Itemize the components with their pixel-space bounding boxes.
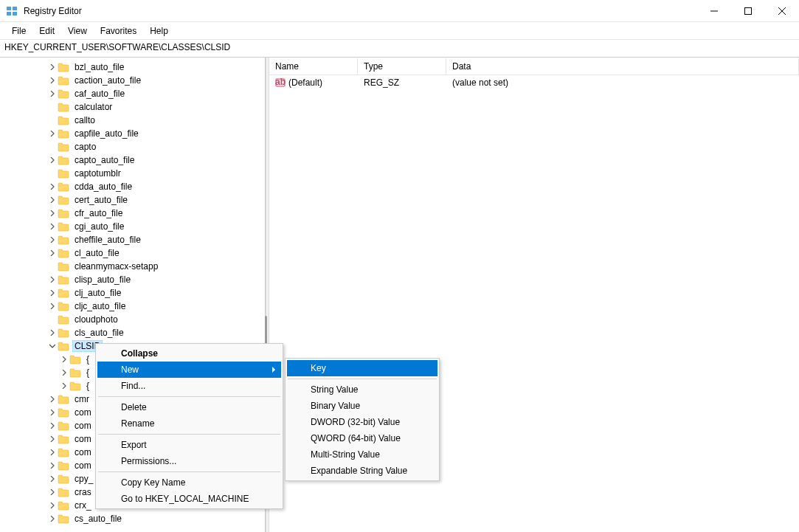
sub-expand[interactable]: Expandable String Value — [287, 463, 437, 479]
close-button[interactable] — [765, 0, 799, 22]
tree-item[interactable]: cls_auto_file — [0, 326, 265, 339]
folder-icon — [69, 367, 81, 378]
menu-favorites[interactable]: Favorites — [94, 24, 142, 38]
sub-binary[interactable]: Binary Value — [287, 398, 437, 414]
ctx-permissions[interactable]: Permissions... — [97, 453, 281, 469]
chevron-right-icon[interactable] — [59, 383, 69, 389]
col-name[interactable]: Name — [269, 58, 358, 75]
chevron-right-icon[interactable] — [47, 210, 58, 216]
chevron-right-icon[interactable] — [47, 516, 58, 522]
folder-icon — [58, 328, 69, 338]
tree-item[interactable]: cljc_auto_file — [0, 300, 265, 313]
chevron-right-icon[interactable] — [47, 330, 58, 336]
values-header: Name Type Data — [269, 58, 799, 75]
context-menu: Collapse New Find... Delete Rename Expor… — [95, 343, 283, 509]
chevron-right-icon[interactable] — [59, 370, 69, 376]
minimize-button[interactable] — [697, 0, 731, 22]
sub-key[interactable]: Key — [287, 360, 437, 376]
sub-qword[interactable]: QWORD (64-bit) Value — [287, 430, 437, 446]
tree-item-label: cdda_auto_file — [72, 181, 134, 193]
chevron-right-icon[interactable] — [47, 77, 58, 83]
chevron-right-icon[interactable] — [47, 277, 58, 283]
chevron-right-icon[interactable] — [47, 410, 58, 415]
tree-item[interactable]: callto — [0, 114, 265, 127]
folder-icon — [58, 195, 69, 205]
chevron-right-icon[interactable] — [59, 356, 69, 362]
sub-string[interactable]: String Value — [287, 381, 437, 398]
ctx-copy-key-name[interactable]: Copy Key Name — [97, 474, 281, 491]
maximize-button[interactable] — [731, 0, 765, 22]
tree-item[interactable]: calculator — [0, 100, 265, 114]
chevron-right-icon[interactable] — [47, 303, 58, 309]
tree-item[interactable]: cloudphoto — [0, 313, 265, 326]
folder-icon — [58, 208, 69, 218]
address-bar[interactable]: HKEY_CURRENT_USER\SOFTWARE\CLASSES\CLSID — [0, 40, 799, 58]
ctx-find[interactable]: Find... — [97, 378, 281, 394]
tree-item[interactable]: capto_auto_file — [0, 153, 265, 167]
tree-item[interactable]: caf_auto_file — [0, 87, 265, 100]
ctx-rename[interactable]: Rename — [97, 415, 281, 432]
ctx-new[interactable]: New — [97, 362, 281, 378]
ctx-delete[interactable]: Delete — [97, 399, 281, 415]
value-row[interactable]: ab (Default) REG_SZ (value not set) — [269, 75, 799, 90]
sub-sep — [288, 379, 437, 379]
window-title: Registry Editor — [24, 6, 697, 16]
tree-item[interactable]: captotumblr — [0, 167, 265, 180]
folder-icon — [58, 421, 69, 431]
folder-icon — [58, 248, 69, 258]
tree-item[interactable]: clj_auto_file — [0, 286, 265, 300]
tree-item[interactable]: cheffile_auto_file — [0, 233, 265, 246]
col-type[interactable]: Type — [358, 58, 446, 75]
tree-item[interactable]: cl_auto_file — [0, 246, 265, 260]
tree-item[interactable]: cgi_auto_file — [0, 220, 265, 233]
tree-item[interactable]: bzl_auto_file — [0, 61, 265, 74]
chevron-down-icon[interactable] — [47, 343, 58, 349]
ctx-goto[interactable]: Go to HKEY_LOCAL_MACHINE — [97, 491, 281, 507]
chevron-right-icon[interactable] — [47, 237, 58, 243]
chevron-right-icon[interactable] — [47, 224, 58, 229]
chevron-right-icon[interactable] — [47, 436, 58, 442]
sub-dword[interactable]: DWORD (32-bit) Value — [287, 414, 437, 430]
chevron-right-icon[interactable] — [47, 157, 58, 163]
ctx-export[interactable]: Export — [97, 437, 281, 453]
tree-item[interactable]: capto — [0, 140, 265, 153]
chevron-right-icon[interactable] — [47, 290, 58, 296]
tree-item[interactable]: cert_auto_file — [0, 193, 265, 207]
chevron-right-icon[interactable] — [47, 64, 58, 70]
chevron-right-icon[interactable] — [47, 396, 58, 402]
col-data[interactable]: Data — [446, 58, 799, 75]
tree-item[interactable]: cfr_auto_file — [0, 207, 265, 220]
chevron-right-icon[interactable] — [47, 184, 58, 190]
ctx-collapse[interactable]: Collapse — [97, 345, 281, 362]
chevron-right-icon[interactable] — [47, 476, 58, 482]
menu-edit[interactable]: Edit — [33, 24, 60, 38]
chevron-right-icon[interactable] — [47, 463, 58, 469]
chevron-right-icon[interactable] — [47, 449, 58, 455]
svg-text:ab: ab — [275, 77, 286, 87]
tree-item[interactable]: cs_auto_file — [0, 512, 265, 525]
sub-multi[interactable]: Multi-String Value — [287, 446, 437, 463]
tree-item[interactable]: cdda_auto_file — [0, 180, 265, 193]
tree-item-label: clj_auto_file — [72, 287, 123, 299]
menu-file[interactable]: File — [6, 24, 32, 38]
tree-item[interactable]: cleanmymacx-setapp — [0, 260, 265, 273]
chevron-right-icon[interactable] — [47, 250, 58, 256]
tree-item[interactable]: caction_auto_file — [0, 74, 265, 87]
chevron-right-icon[interactable] — [47, 131, 58, 137]
chevron-right-icon[interactable] — [47, 489, 58, 495]
tree-item-label: cras — [72, 486, 94, 498]
tree-item-label: cl_auto_file — [72, 247, 122, 259]
app-icon — [6, 5, 18, 17]
chevron-right-icon[interactable] — [47, 502, 58, 508]
tree-item[interactable]: capfile_auto_file — [0, 127, 265, 140]
chevron-right-icon[interactable] — [47, 423, 58, 429]
chevron-right-icon[interactable] — [47, 197, 58, 203]
tree-item-label: com — [72, 420, 94, 432]
tree-item[interactable]: clisp_auto_file — [0, 273, 265, 286]
tree-item-label: { — [84, 380, 91, 392]
svg-rect-2 — [7, 12, 11, 15]
chevron-right-icon[interactable] — [47, 91, 58, 97]
menu-view[interactable]: View — [62, 24, 93, 38]
menu-help[interactable]: Help — [144, 24, 174, 38]
svg-rect-3 — [13, 12, 17, 15]
